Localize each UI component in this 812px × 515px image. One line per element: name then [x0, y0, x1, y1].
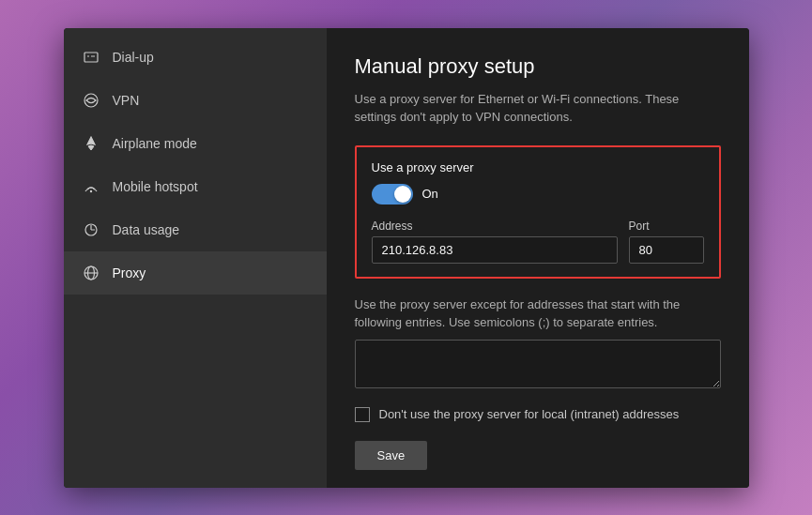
settings-window: Dial-up VPN Airplane mode: [64, 28, 749, 488]
port-label: Port: [629, 220, 704, 233]
sidebar-item-dial-up[interactable]: Dial-up: [64, 36, 327, 79]
proxy-toggle[interactable]: [372, 184, 413, 204]
address-input[interactable]: [372, 236, 618, 264]
page-title: Manual proxy setup: [355, 54, 721, 79]
sidebar-item-label: Dial-up: [113, 50, 154, 65]
sidebar-item-proxy[interactable]: Proxy: [64, 251, 327, 295]
main-content: Manual proxy setup Use a proxy server fo…: [327, 28, 749, 488]
toggle-on-label: On: [422, 187, 438, 201]
sidebar-item-label: Mobile hotspot: [113, 179, 198, 194]
sidebar-item-label: Proxy: [113, 265, 146, 280]
checkbox-row: Don't use the proxy server for local (in…: [355, 407, 721, 422]
use-proxy-label: Use a proxy server: [372, 160, 704, 174]
proxy-icon: [83, 265, 100, 281]
mobile-hotspot-icon: [83, 178, 100, 195]
address-port-row: Address Port: [372, 220, 704, 264]
sidebar-item-mobile-hotspot[interactable]: Mobile hotspot: [64, 165, 327, 208]
exclusion-description: Use the proxy server except for addresse…: [355, 295, 721, 332]
local-addresses-checkbox[interactable]: [355, 407, 370, 422]
sidebar-item-label: VPN: [113, 93, 140, 108]
main-description: Use a proxy server for Ethernet or Wi-Fi…: [355, 90, 721, 127]
exclusion-input[interactable]: [355, 340, 721, 388]
proxy-server-section: Use a proxy server On Address Port: [355, 145, 721, 279]
svg-rect-0: [84, 53, 98, 62]
sidebar-item-vpn[interactable]: VPN: [64, 79, 327, 122]
svg-point-4: [89, 189, 91, 191]
address-label: Address: [372, 220, 618, 233]
sidebar-item-data-usage[interactable]: Data usage: [64, 208, 327, 251]
sidebar-item-airplane-mode[interactable]: Airplane mode: [64, 122, 327, 165]
data-usage-icon: [83, 221, 100, 238]
sidebar-item-label: Airplane mode: [113, 136, 197, 151]
port-field-group: Port: [629, 220, 704, 264]
address-field-group: Address: [372, 220, 618, 264]
sidebar-item-label: Data usage: [113, 222, 180, 237]
save-button[interactable]: Save: [355, 441, 428, 470]
checkbox-label: Don't use the proxy server for local (in…: [379, 407, 680, 421]
vpn-icon: [83, 92, 100, 109]
dial-up-icon: [83, 49, 100, 66]
port-input[interactable]: [629, 236, 704, 264]
sidebar: Dial-up VPN Airplane mode: [64, 28, 327, 488]
airplane-mode-icon: [83, 135, 100, 152]
toggle-row: On: [372, 184, 704, 204]
